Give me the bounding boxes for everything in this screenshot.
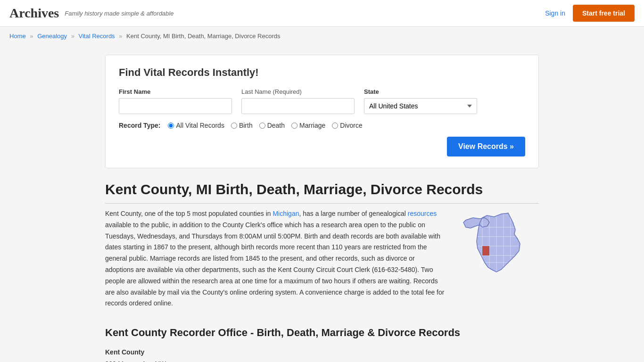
michigan-map [454,208,539,313]
breadcrumb-current: Kent County, MI Birth, Death, Marriage, … [126,33,280,40]
main-content: Find Vital Records Instantly! First Name… [96,45,548,362]
record-type-all-radio[interactable] [168,123,174,129]
first-name-label: First Name [119,88,232,95]
breadcrumb-vital-records[interactable]: Vital Records [79,33,115,40]
record-type-birth-radio[interactable] [231,123,237,129]
logo-area: Archives Family history made simple & af… [9,6,173,21]
kent-county-highlight [482,246,489,255]
record-type-divorce-radio[interactable] [332,123,338,129]
first-name-input[interactable] [119,98,232,114]
view-records-button[interactable]: View Records » [447,137,525,156]
content-section: Kent County, one of the top 5 most popul… [105,208,539,313]
record-type-divorce-label: Divorce [340,122,362,129]
search-box: Find Vital Records Instantly! First Name… [105,55,539,168]
record-type-all[interactable]: All Vital Records [168,122,224,129]
breadcrumb-sep-3: » [119,33,122,40]
record-type-marriage-label: Marriage [299,122,325,129]
start-trial-button[interactable]: Start free trial [573,5,635,22]
record-type-death[interactable]: Death [259,122,285,129]
record-type-birth-label: Birth [239,122,253,129]
record-type-label: Record Type: [119,122,160,129]
state-select[interactable]: All United States [364,98,477,114]
last-name-label: Last Name (Required) [241,88,355,95]
first-name-group: First Name [119,88,232,114]
breadcrumb-home[interactable]: Home [9,33,26,40]
last-name-group: Last Name (Required) [241,88,355,114]
breadcrumb-genealogy[interactable]: Genealogy [37,33,67,40]
record-type-divorce[interactable]: Divorce [332,122,362,129]
recorder-heading: Kent County Recorder Office - Birth, Dea… [105,327,539,339]
breadcrumb-sep-2: » [71,33,74,40]
content-text: Kent County, one of the top 5 most popul… [105,208,445,313]
search-footer: View Records » [119,137,525,156]
state-label: State [364,88,477,95]
breadcrumb-sep-1: » [30,33,33,40]
state-group: State All United States [364,88,477,114]
michigan-link[interactable]: Michigan [272,210,299,217]
sign-in-link[interactable]: Sign in [545,9,565,17]
logo: Archives [9,6,59,21]
breadcrumb: Home » Genealogy » Vital Records » Kent … [0,27,644,45]
search-fields: First Name Last Name (Required) State Al… [119,88,525,114]
search-title: Find Vital Records Instantly! [119,66,525,79]
record-type-death-label: Death [267,122,285,129]
resources-link[interactable]: resources [408,210,437,217]
address-line1: 300 Monroe Ave NW [105,358,539,362]
last-name-input[interactable] [241,98,355,114]
michigan-map-svg [454,208,539,312]
record-type-row: Record Type: All Vital Records Birth Dea… [119,122,525,129]
site-header: Archives Family history made simple & af… [0,0,644,27]
record-type-marriage-radio[interactable] [291,123,297,129]
body-paragraph: Kent County, one of the top 5 most popul… [105,208,445,309]
page-title: Kent County, MI Birth, Death, Marriage, … [105,181,539,204]
county-name: Kent County [105,348,144,356]
tagline: Family history made simple & affordable [65,10,173,17]
header-actions: Sign in Start free trial [545,5,635,22]
address-block: Kent County 300 Monroe Ave NW Grand Rapi… [105,346,539,362]
record-type-options: All Vital Records Birth Death Marriage D… [168,122,362,129]
record-type-birth[interactable]: Birth [231,122,253,129]
record-type-marriage[interactable]: Marriage [291,122,325,129]
record-type-death-radio[interactable] [259,123,265,129]
record-type-all-label: All Vital Records [176,122,224,129]
